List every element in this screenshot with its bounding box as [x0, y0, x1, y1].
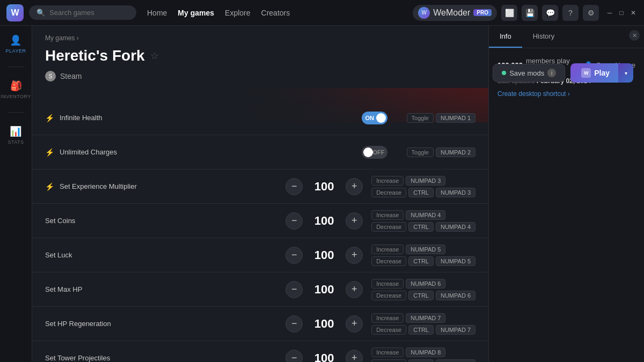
sidebar: 👤 Player 🎒 Inventory 📊 Stats: [0, 26, 32, 362]
user-badge[interactable]: W WeModer PRO: [413, 5, 497, 21]
settings-icon[interactable]: ⚙: [583, 5, 599, 21]
hotkey-key-4-1[interactable]: NUMPAD 5: [436, 256, 475, 266]
create-shortcut-link[interactable]: Create desktop shortcut ›: [497, 90, 635, 98]
decrease-hpregen-button[interactable]: −: [286, 315, 303, 333]
hotkey-key-7-0[interactable]: NUMPAD 8: [406, 348, 445, 357]
hotkey-ctrl-5[interactable]: CTRL: [408, 291, 434, 300]
hotkey-decrease-3[interactable]: Decrease: [371, 222, 406, 232]
hotkey-row-6-1: Decrease CTRL NUMPAD 7: [371, 325, 475, 335]
hotkey-ctrl-6[interactable]: CTRL: [408, 325, 434, 335]
decrease-coins-button[interactable]: −: [286, 212, 303, 230]
hotkey-ctrl-3[interactable]: CTRL: [408, 222, 434, 232]
stepper-value-experience: 100: [308, 180, 340, 194]
nav-creators[interactable]: Creators: [261, 9, 290, 17]
nav-links: Home My games Explore Creators: [147, 9, 290, 17]
mod-row-hpregen: Set HP Regeneration − 100 + Increase NUM…: [32, 307, 488, 341]
sidebar-item-inventory[interactable]: 🎒 Inventory: [1, 80, 31, 99]
hotkey-decrease-2[interactable]: Decrease: [371, 188, 406, 197]
close-button[interactable]: ✕: [629, 9, 638, 17]
mods-area: ⚡ Infinite Health ON Toggle NUMPAD 1: [32, 101, 488, 362]
hotkey-group-1: Toggle NUMPAD 2: [407, 147, 475, 157]
decrease-tower-button[interactable]: −: [286, 350, 303, 363]
hotkey-group-7: Increase NUMPAD 8 Decrease CTRL NUMPAD 8: [371, 348, 475, 363]
hotkey-key-3-0[interactable]: NUMPAD 4: [406, 210, 445, 220]
decrease-experience-button[interactable]: −: [286, 178, 303, 195]
increase-luck-button[interactable]: +: [346, 247, 363, 264]
hotkey-key-2-0[interactable]: NUMPAD 3: [406, 176, 445, 186]
hotkey-increase-3[interactable]: Increase: [371, 210, 404, 220]
main-layout: 👤 Player 🎒 Inventory 📊 Stats My games ›: [0, 26, 644, 362]
hotkey-key-0-0[interactable]: NUMPAD 1: [436, 113, 475, 123]
nav-mygames[interactable]: My games: [178, 9, 214, 17]
stepper-experience: − 100 +: [286, 178, 363, 195]
sidebar-item-stats[interactable]: 📊 Stats: [8, 125, 24, 145]
hotkey-increase-2[interactable]: Increase: [371, 176, 404, 186]
hotkey-decrease-7[interactable]: Decrease: [371, 359, 406, 363]
player-icon: 👤: [10, 34, 21, 46]
hotkey-action-1-0[interactable]: Toggle: [407, 147, 434, 157]
mod-row-tower: Set Tower Projectiles − 100 + Increase N…: [32, 341, 488, 362]
toggle-unlimited-charges[interactable]: OFF: [362, 146, 387, 159]
stepper-value-maxhp: 100: [308, 283, 340, 297]
hotkey-ctrl-4[interactable]: CTRL: [408, 256, 434, 266]
mod-name-maxhp: Set Max HP: [45, 285, 286, 293]
increase-coins-button[interactable]: +: [346, 212, 363, 230]
hotkey-key-7-1[interactable]: NUMPAD 8: [436, 359, 475, 363]
icon-btn-1[interactable]: ⬜: [501, 5, 517, 21]
hotkey-group-4: Increase NUMPAD 5 Decrease CTRL NUMPAD 5: [371, 245, 475, 266]
hotkey-increase-7[interactable]: Increase: [371, 348, 404, 357]
hotkey-key-6-1[interactable]: NUMPAD 7: [436, 325, 475, 335]
hotkey-ctrl-7[interactable]: CTRL: [408, 359, 434, 363]
app-logo[interactable]: W: [6, 4, 24, 21]
icon-btn-2[interactable]: 💾: [522, 5, 538, 21]
toggle-infinite-health[interactable]: ON: [362, 112, 387, 124]
stepper-value-coins: 100: [308, 214, 340, 228]
hotkey-increase-4[interactable]: Increase: [371, 245, 404, 254]
hotkey-decrease-5[interactable]: Decrease: [371, 291, 406, 300]
hotkey-key-1-0[interactable]: NUMPAD 2: [436, 147, 475, 157]
hotkey-ctrl-2[interactable]: CTRL: [408, 188, 434, 197]
maximize-button[interactable]: □: [617, 9, 626, 17]
discord-icon[interactable]: 💬: [542, 5, 558, 21]
search-input[interactable]: [49, 9, 125, 17]
hotkey-increase-6[interactable]: Increase: [371, 313, 404, 323]
hotkey-action-0-0[interactable]: Toggle: [407, 113, 434, 123]
decrease-luck-button[interactable]: −: [286, 247, 303, 264]
mod-name-coins: Set Coins: [45, 217, 286, 225]
hotkey-key-4-0[interactable]: NUMPAD 5: [406, 245, 445, 254]
hotkey-key-5-0[interactable]: NUMPAD 6: [406, 279, 445, 289]
increase-tower-button[interactable]: +: [346, 350, 363, 363]
search-box[interactable]: 🔍: [29, 5, 136, 20]
hotkey-key-3-1[interactable]: NUMPAD 4: [436, 222, 475, 232]
increase-experience-button[interactable]: +: [346, 178, 363, 195]
platform-label: Steam: [60, 72, 82, 80]
minimize-button[interactable]: ─: [605, 9, 614, 17]
decrease-maxhp-button[interactable]: −: [286, 281, 303, 298]
help-icon[interactable]: ?: [562, 5, 579, 21]
hotkey-increase-5[interactable]: Increase: [371, 279, 404, 289]
hotkey-row-3-0: Increase NUMPAD 4: [371, 210, 475, 220]
save-mods-info-icon[interactable]: i: [547, 69, 556, 77]
increase-maxhp-button[interactable]: +: [346, 281, 363, 298]
breadcrumb: My games ›: [45, 34, 631, 42]
increase-hpregen-button[interactable]: +: [346, 315, 363, 333]
mod-row-experience: ⚡ Set Experience Multiplier − 100 + Incr…: [32, 169, 488, 204]
mod-row-maxhp: Set Max HP − 100 + Increase NUMPAD 6 Dec…: [32, 272, 488, 307]
stepper-coins: − 100 +: [286, 212, 363, 230]
hotkey-decrease-6[interactable]: Decrease: [371, 325, 406, 335]
hotkey-key-2-1[interactable]: NUMPAD 3: [436, 188, 475, 197]
hotkey-row-2-1: Decrease CTRL NUMPAD 3: [371, 188, 475, 197]
hotkey-decrease-4[interactable]: Decrease: [371, 256, 406, 266]
sidebar-item-player[interactable]: 👤 Player: [6, 34, 26, 54]
play-dropdown-button[interactable]: ▾: [618, 63, 633, 83]
hotkey-key-6-0[interactable]: NUMPAD 7: [406, 313, 445, 323]
nav-explore[interactable]: Explore: [225, 9, 250, 17]
play-button[interactable]: W Play: [570, 63, 620, 83]
hotkey-row-4-1: Decrease CTRL NUMPAD 5: [371, 256, 475, 266]
favorite-star-icon[interactable]: ☆: [150, 50, 159, 62]
breadcrumb-parent[interactable]: My games: [45, 34, 75, 42]
nav-home[interactable]: Home: [147, 9, 167, 17]
we-logo-icon: W: [581, 68, 591, 78]
hotkey-key-5-1[interactable]: NUMPAD 6: [436, 291, 475, 300]
save-mods-button[interactable]: Save mods i: [493, 64, 565, 82]
